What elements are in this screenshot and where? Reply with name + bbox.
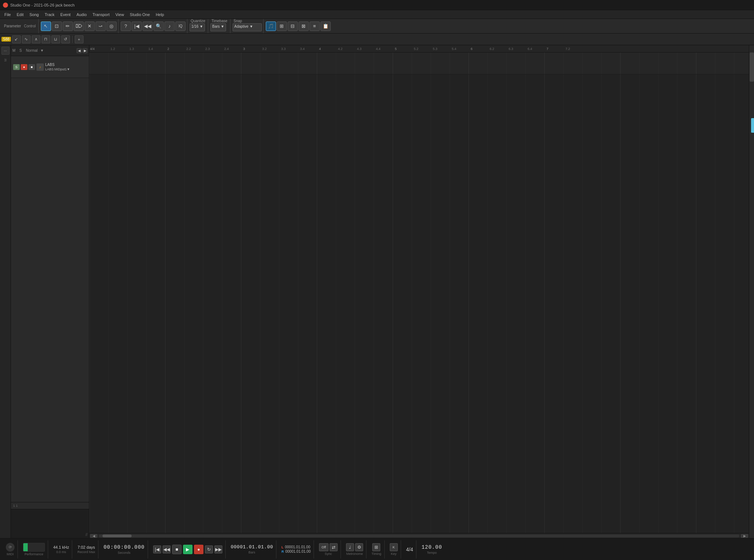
ruler-62: 6.2 [490,47,494,51]
search-btn[interactable]: 🔍 [153,22,164,31]
ruler-52: 5.2 [414,47,419,51]
toolbar-left: Parameter Control [1,19,39,33]
pointer-tool-btn[interactable]: ↖ [41,22,51,31]
song-view-btn[interactable]: 🎵 [266,22,276,31]
timecode-sublabel: Seconds [118,551,131,555]
help-btn[interactable]: ? [121,22,131,31]
midi-section: ⟳ MIDI [3,540,18,559]
tempo-value: 120.00 [421,544,442,550]
menu-edit[interactable]: Edit [14,12,27,18]
close-button[interactable] [3,3,8,8]
bend-tool-btn[interactable]: ⤻ [96,22,106,31]
mute-tool-btn[interactable]: ✕ [85,22,95,31]
midi-input-dropdown[interactable]: MIDput1▼ [54,67,70,71]
samplerate-value: 44.1 kHz [53,545,69,549]
menu-studioone[interactable]: Studio One [127,12,153,18]
pencil-tool-btn[interactable]: ✏ [63,22,73,31]
track-row: S ● ■ ♪ LABS LABS MIDput1▼ [11,56,89,78]
metronome-settings-btn[interactable]: ⚙ [355,543,363,551]
range-tool-btn[interactable]: ⊡ [52,22,62,31]
sync-arrow-btn[interactable]: ⇄ [330,543,338,551]
track-view-btn[interactable]: ⊞ [277,22,287,31]
piano-bottom: // [11,509,89,538]
track-record-btn[interactable]: ● [21,64,27,70]
performance-meter[interactable] [23,543,45,552]
wave-btn[interactable]: ∿ [22,35,31,43]
rewind-to-start-btn[interactable]: |◀ [132,22,142,31]
menu-track[interactable]: Track [42,12,57,18]
snap-label: Snap [233,19,243,23]
track-mute-btn[interactable]: ■ [28,64,35,70]
transport-play-btn[interactable]: ▶ [183,545,193,554]
menu-transport[interactable]: Transport [90,12,113,18]
normal-dropdown-arrow[interactable]: ▼ [40,48,44,52]
track-header-panel: M S Normal ▼ ◀ ▶ S ● ■ ♪ LABS LABS MIDpu… [11,45,89,538]
locator-l: L 00001.01.01.00 [281,545,311,549]
locator-r: R 00001.01.01.00 [281,549,311,553]
rewind-btn[interactable]: ◀◀ [143,22,153,31]
transport-record-btn[interactable]: ● [194,545,203,554]
timecode-value: 00:00:00.000 [104,544,145,550]
rotate-btn[interactable]: ↺ [61,35,70,43]
add-btn[interactable]: + [75,35,83,43]
ruler-12: 1.2 [110,47,115,51]
select-all-btn[interactable]: ↙ [12,35,21,43]
h-scroll-left-btn[interactable]: ◀ [90,534,97,538]
ramp-btn[interactable]: ⊔ [51,35,60,43]
right-scroll-indicator [751,118,754,133]
metronome-btn[interactable]: ♩ [346,543,354,551]
console-view-btn[interactable]: ≡ [310,22,320,31]
mixer-view-btn[interactable]: ⊟ [288,22,298,31]
horizontal-scrollbar[interactable]: ◀ ▶ [89,533,749,538]
quantize-dropdown[interactable]: 1/16 ▼ [190,23,205,31]
guitar-btn[interactable]: ♪ [164,22,175,31]
tempo-section: 120.00 Tempo [419,540,445,559]
h-scroll-track[interactable] [99,534,739,537]
s-label: S [19,48,22,52]
menu-view[interactable]: View [112,12,127,18]
timing-btn[interactable]: ⊞ [372,543,380,551]
grid-area[interactable] [89,52,749,533]
transport-loop-btn[interactable]: ↻ [205,545,213,553]
transport-next-btn[interactable]: ▶▶ [214,545,222,553]
menu-audio[interactable]: Audio [74,12,90,18]
right-scroll-handle[interactable] [750,52,754,82]
sync-label: Sync [324,552,332,556]
transport-stop-btn[interactable]: ■ [172,545,182,554]
arrange-view: 4/4 1.2 1.3 1.4 2 2.2 2.3 2.4 3 3.2 3.3 … [89,45,749,538]
track-name: LABS [45,63,67,67]
menu-help[interactable]: Help [153,12,167,18]
scroll-left-btn[interactable]: ◀ [77,48,82,53]
key-btn[interactable]: K [390,543,398,551]
timebase-dropdown[interactable]: Bars ▼ [210,23,226,31]
off-btn[interactable]: Off [319,543,329,551]
volume-tool-btn[interactable]: ◎ [106,22,117,31]
dots-btn[interactable]: ··· [1,47,9,55]
notepad-view-btn[interactable]: 📋 [320,22,331,31]
title-bar: Studio One - 2021-05-26 jack beech [0,0,754,10]
right-scrollbar[interactable] [749,45,754,538]
bar-position-sublabel: Bars [249,551,256,554]
track-number-badge: S88 [1,37,11,42]
track-instrument-icon[interactable]: ♪ [36,63,44,71]
ruler-32: 3.2 [262,47,267,51]
timing-label: Timing [372,552,381,556]
menu-event[interactable]: Event [58,12,74,18]
transport-prev-btn[interactable]: ◀◀ [163,545,171,553]
transport-rewind-btn[interactable]: |◀ [153,545,161,553]
midi-icon[interactable]: ⟳ [6,543,15,552]
track-solo-btn[interactable]: S [13,64,20,70]
h-scroll-handle[interactable] [102,534,132,537]
snap-dropdown[interactable]: Adaptive ▼ [233,23,262,31]
r-value: 00001.01.01.00 [285,549,311,553]
editor-view-btn[interactable]: ⊠ [299,22,309,31]
h-scroll-right-btn[interactable]: ▶ [741,534,748,538]
square-btn[interactable]: ⊓ [42,35,50,43]
scroll-right-btn[interactable]: ▶ [82,48,88,53]
peak-btn[interactable]: ∧ [32,35,40,43]
iq-btn[interactable]: IQ [175,22,186,31]
menu-song[interactable]: Song [27,12,42,18]
eraser-tool-btn[interactable]: ⌦ [74,22,84,31]
menu-file[interactable]: File [1,12,14,18]
duration-section: 7:02 days Record Max [74,540,98,559]
